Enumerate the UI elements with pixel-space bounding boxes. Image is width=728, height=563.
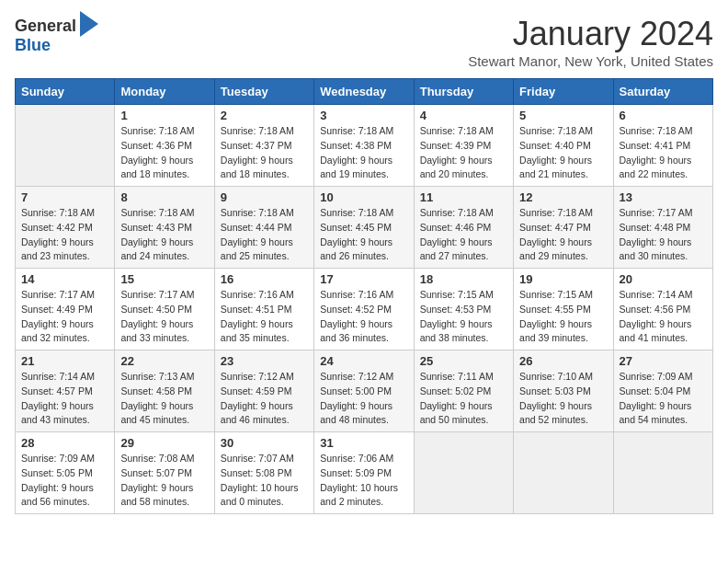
day-number: 19 [519,272,607,286]
calendar-cell: 6Sunrise: 7:18 AM Sunset: 4:41 PM Daylig… [613,105,712,187]
day-number: 27 [620,354,707,368]
calendar-cell [414,432,513,514]
day-info: Sunrise: 7:11 AM Sunset: 5:02 PM Dayligh… [420,370,507,428]
day-info: Sunrise: 7:18 AM Sunset: 4:40 PM Dayligh… [519,124,607,182]
calendar-cell [16,105,115,187]
logo: General Blue [15,15,98,53]
weekday-header-saturday: Saturday [613,79,712,105]
day-number: 9 [221,190,308,204]
day-number: 25 [420,354,507,368]
calendar-cell: 21Sunrise: 7:14 AM Sunset: 4:57 PM Dayli… [16,350,115,432]
calendar-cell: 10Sunrise: 7:18 AM Sunset: 4:45 PM Dayli… [314,187,414,269]
calendar-cell: 11Sunrise: 7:18 AM Sunset: 4:46 PM Dayli… [414,187,513,269]
calendar-cell: 8Sunrise: 7:18 AM Sunset: 4:43 PM Daylig… [115,187,214,269]
logo-arrow-icon [80,11,98,37]
day-number: 7 [21,190,108,204]
calendar-week-row: 1Sunrise: 7:18 AM Sunset: 4:36 PM Daylig… [16,105,713,187]
day-info: Sunrise: 7:18 AM Sunset: 4:42 PM Dayligh… [21,206,108,264]
day-number: 28 [21,436,108,450]
day-number: 16 [221,272,308,286]
day-number: 26 [519,354,607,368]
day-info: Sunrise: 7:15 AM Sunset: 4:53 PM Dayligh… [420,288,507,346]
day-info: Sunrise: 7:18 AM Sunset: 4:39 PM Dayligh… [420,124,507,182]
calendar-week-row: 14Sunrise: 7:17 AM Sunset: 4:49 PM Dayli… [16,269,713,350]
day-number: 12 [519,190,607,204]
day-info: Sunrise: 7:10 AM Sunset: 5:03 PM Dayligh… [519,370,607,428]
weekday-header-monday: Monday [115,79,214,105]
day-number: 31 [320,436,407,450]
day-number: 17 [320,272,407,286]
weekday-header-thursday: Thursday [414,79,513,105]
day-number: 29 [120,436,208,450]
calendar-cell: 15Sunrise: 7:17 AM Sunset: 4:50 PM Dayli… [115,269,214,350]
calendar-cell: 17Sunrise: 7:16 AM Sunset: 4:52 PM Dayli… [314,269,414,350]
calendar-cell: 28Sunrise: 7:09 AM Sunset: 5:05 PM Dayli… [16,432,115,514]
day-number: 30 [221,436,308,450]
calendar-week-row: 7Sunrise: 7:18 AM Sunset: 4:42 PM Daylig… [16,187,713,269]
day-info: Sunrise: 7:12 AM Sunset: 5:00 PM Dayligh… [320,370,407,428]
day-info: Sunrise: 7:06 AM Sunset: 5:09 PM Dayligh… [320,452,407,510]
day-info: Sunrise: 7:09 AM Sunset: 5:04 PM Dayligh… [620,370,707,428]
calendar-cell: 1Sunrise: 7:18 AM Sunset: 4:36 PM Daylig… [115,105,214,187]
day-number: 5 [519,109,607,122]
calendar-cell: 9Sunrise: 7:18 AM Sunset: 4:44 PM Daylig… [214,187,313,269]
day-info: Sunrise: 7:13 AM Sunset: 4:58 PM Dayligh… [120,370,208,428]
calendar-cell: 13Sunrise: 7:17 AM Sunset: 4:48 PM Dayli… [613,187,712,269]
location-text: Stewart Manor, New York, United States [468,53,713,69]
day-number: 21 [21,354,108,368]
day-number: 6 [620,109,707,122]
calendar-cell: 22Sunrise: 7:13 AM Sunset: 4:58 PM Dayli… [115,350,214,432]
day-info: Sunrise: 7:18 AM Sunset: 4:37 PM Dayligh… [221,124,308,182]
day-info: Sunrise: 7:18 AM Sunset: 4:44 PM Dayligh… [221,206,308,264]
day-number: 10 [320,190,407,204]
day-number: 14 [21,272,108,286]
calendar-cell: 2Sunrise: 7:18 AM Sunset: 4:37 PM Daylig… [214,105,313,187]
calendar-cell: 5Sunrise: 7:18 AM Sunset: 4:40 PM Daylig… [514,105,613,187]
calendar-cell: 14Sunrise: 7:17 AM Sunset: 4:49 PM Dayli… [16,269,115,350]
day-info: Sunrise: 7:14 AM Sunset: 4:57 PM Dayligh… [21,370,108,428]
weekday-header-tuesday: Tuesday [214,79,313,105]
calendar-cell: 23Sunrise: 7:12 AM Sunset: 4:59 PM Dayli… [214,350,313,432]
logo-blue-text: Blue [15,37,98,53]
day-info: Sunrise: 7:14 AM Sunset: 4:56 PM Dayligh… [620,288,707,346]
day-number: 24 [320,354,407,368]
day-number: 15 [120,272,208,286]
calendar-cell: 26Sunrise: 7:10 AM Sunset: 5:03 PM Dayli… [514,350,613,432]
calendar-cell: 12Sunrise: 7:18 AM Sunset: 4:47 PM Dayli… [514,187,613,269]
calendar-cell: 31Sunrise: 7:06 AM Sunset: 5:09 PM Dayli… [314,432,414,514]
day-number: 1 [120,109,208,122]
day-info: Sunrise: 7:17 AM Sunset: 4:50 PM Dayligh… [120,288,208,346]
day-info: Sunrise: 7:18 AM Sunset: 4:46 PM Dayligh… [420,206,507,264]
calendar-cell: 30Sunrise: 7:07 AM Sunset: 5:08 PM Dayli… [214,432,313,514]
day-number: 18 [420,272,507,286]
svg-marker-0 [80,11,98,37]
weekday-header-row: SundayMondayTuesdayWednesdayThursdayFrid… [16,79,713,105]
calendar-cell: 27Sunrise: 7:09 AM Sunset: 5:04 PM Dayli… [613,350,712,432]
calendar-cell: 4Sunrise: 7:18 AM Sunset: 4:39 PM Daylig… [414,105,513,187]
day-info: Sunrise: 7:07 AM Sunset: 5:08 PM Dayligh… [221,452,308,510]
day-info: Sunrise: 7:17 AM Sunset: 4:48 PM Dayligh… [620,206,707,264]
logo-general-text: General [15,17,76,34]
day-number: 20 [620,272,707,286]
day-info: Sunrise: 7:18 AM Sunset: 4:41 PM Dayligh… [620,124,707,182]
calendar-cell [514,432,613,514]
calendar-cell: 29Sunrise: 7:08 AM Sunset: 5:07 PM Dayli… [115,432,214,514]
day-info: Sunrise: 7:18 AM Sunset: 4:38 PM Dayligh… [320,124,407,182]
day-number: 11 [420,190,507,204]
day-info: Sunrise: 7:17 AM Sunset: 4:49 PM Dayligh… [21,288,108,346]
day-number: 3 [320,109,407,122]
calendar-cell: 18Sunrise: 7:15 AM Sunset: 4:53 PM Dayli… [414,269,513,350]
day-info: Sunrise: 7:18 AM Sunset: 4:43 PM Dayligh… [120,206,208,264]
day-info: Sunrise: 7:18 AM Sunset: 4:47 PM Dayligh… [519,206,607,264]
weekday-header-sunday: Sunday [16,79,115,105]
day-number: 8 [120,190,208,204]
page-header: General Blue January 2024 Stewart Manor,… [15,15,713,69]
calendar-cell: 20Sunrise: 7:14 AM Sunset: 4:56 PM Dayli… [613,269,712,350]
calendar-cell: 24Sunrise: 7:12 AM Sunset: 5:00 PM Dayli… [314,350,414,432]
calendar-week-row: 28Sunrise: 7:09 AM Sunset: 5:05 PM Dayli… [16,432,713,514]
day-info: Sunrise: 7:18 AM Sunset: 4:45 PM Dayligh… [320,206,407,264]
day-info: Sunrise: 7:16 AM Sunset: 4:51 PM Dayligh… [221,288,308,346]
calendar-cell: 19Sunrise: 7:15 AM Sunset: 4:55 PM Dayli… [514,269,613,350]
day-number: 13 [620,190,707,204]
calendar-table: SundayMondayTuesdayWednesdayThursdayFrid… [15,78,713,514]
